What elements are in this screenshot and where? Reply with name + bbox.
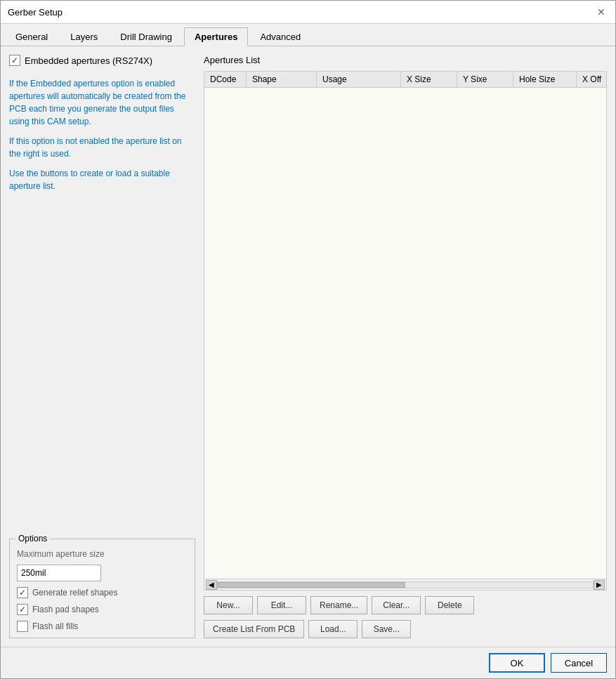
generate-relief-label: Generate relief shapes	[32, 588, 117, 598]
col-header-ysize: Y Sixe	[457, 72, 513, 87]
col-header-dcode: DCode	[204, 72, 247, 87]
desc-line-3: Use the buttons to create or load a suit…	[9, 167, 195, 192]
max-aperture-input[interactable]	[17, 565, 101, 581]
tab-strip: General Layers Drill Drawing Apertures A…	[1, 24, 615, 46]
col-header-shape: Shape	[247, 72, 317, 87]
clear-button[interactable]: Clear...	[372, 596, 421, 614]
scroll-track[interactable]	[217, 581, 594, 588]
options-box: Options Maximum aperture size Generate r…	[9, 539, 195, 638]
edit-button[interactable]: Edit...	[257, 596, 306, 614]
embedded-apertures-checkbox[interactable]	[9, 55, 20, 66]
buttons-row-1: New... Edit... Rename... Clear... Delete	[204, 596, 607, 614]
desc-line-1: If the Embedded apertures option is enab…	[9, 77, 195, 128]
create-list-button[interactable]: Create List From PCB	[204, 620, 304, 638]
tab-content: Embedded apertures (RS274X) If the Embed…	[1, 46, 615, 647]
col-header-xoff: X Off	[577, 72, 607, 87]
tab-apertures[interactable]: Apertures	[184, 27, 248, 46]
dialog-title: Gerber Setup	[8, 7, 63, 18]
tab-general[interactable]: General	[5, 27, 58, 46]
rename-button[interactable]: Rename...	[310, 596, 367, 614]
new-button[interactable]: New...	[204, 596, 253, 614]
footer: OK Cancel	[1, 647, 615, 678]
options-legend: Options	[15, 534, 50, 543]
col-header-xsize: X Size	[401, 72, 457, 87]
title-bar: Gerber Setup ✕	[1, 1, 615, 24]
flash-pad-checkbox[interactable]	[17, 604, 28, 615]
cancel-button[interactable]: Cancel	[551, 653, 607, 673]
flash-pad-label: Flash pad shapes	[32, 605, 99, 614]
desc-line-2: If this option is not enabled the apertu…	[9, 135, 195, 160]
description-block: If the Embedded apertures option is enab…	[9, 77, 195, 199]
horizontal-scrollbar[interactable]: ◀ ▶	[204, 579, 606, 590]
flash-pad-row: Flash pad shapes	[17, 604, 188, 615]
flash-fills-label: Flash all fills	[32, 621, 78, 631]
apertures-list-title: Apertures List	[204, 55, 260, 65]
max-aperture-input-row	[17, 565, 188, 581]
embedded-apertures-row: Embedded apertures (RS274X)	[9, 55, 195, 66]
buttons-row-2: Create List From PCB Load... Save...	[204, 620, 607, 638]
ok-button[interactable]: OK	[489, 653, 545, 673]
tab-drill-drawing[interactable]: Drill Drawing	[110, 27, 183, 46]
max-aperture-size-row: Maximum aperture size	[17, 549, 188, 559]
generate-relief-row: Generate relief shapes	[17, 587, 188, 598]
apertures-header: Apertures List	[204, 55, 607, 65]
tab-advanced[interactable]: Advanced	[249, 27, 311, 46]
left-panel: Embedded apertures (RS274X) If the Embed…	[9, 55, 195, 638]
flash-fills-row: Flash all fills	[17, 621, 188, 632]
scroll-right-arrow[interactable]: ▶	[594, 580, 605, 590]
table-body[interactable]	[204, 88, 606, 579]
max-aperture-label: Maximum aperture size	[17, 549, 105, 559]
close-button[interactable]: ✕	[594, 5, 608, 19]
scroll-left-arrow[interactable]: ◀	[206, 580, 217, 590]
col-header-holesize: Hole Size	[513, 72, 577, 87]
scroll-thumb[interactable]	[218, 582, 405, 588]
table-header: DCode Shape Usage X Size Y Sixe Hole Siz…	[204, 72, 606, 88]
tab-layers[interactable]: Layers	[60, 27, 108, 46]
save-button[interactable]: Save...	[362, 620, 411, 638]
load-button[interactable]: Load...	[308, 620, 358, 638]
apertures-table: DCode Shape Usage X Size Y Sixe Hole Siz…	[204, 71, 607, 591]
col-header-usage: Usage	[317, 72, 401, 87]
flash-fills-checkbox[interactable]	[17, 621, 28, 632]
main-area: Embedded apertures (RS274X) If the Embed…	[9, 55, 607, 638]
options-content: Maximum aperture size Generate relief sh…	[17, 549, 188, 632]
right-panel: Apertures List DCode Shape Usage X Size …	[204, 55, 607, 638]
delete-button[interactable]: Delete	[425, 596, 474, 614]
embedded-apertures-label: Embedded apertures (RS274X)	[25, 55, 152, 66]
gerber-setup-dialog: Gerber Setup ✕ General Layers Drill Draw…	[0, 0, 616, 679]
generate-relief-checkbox[interactable]	[17, 587, 28, 598]
